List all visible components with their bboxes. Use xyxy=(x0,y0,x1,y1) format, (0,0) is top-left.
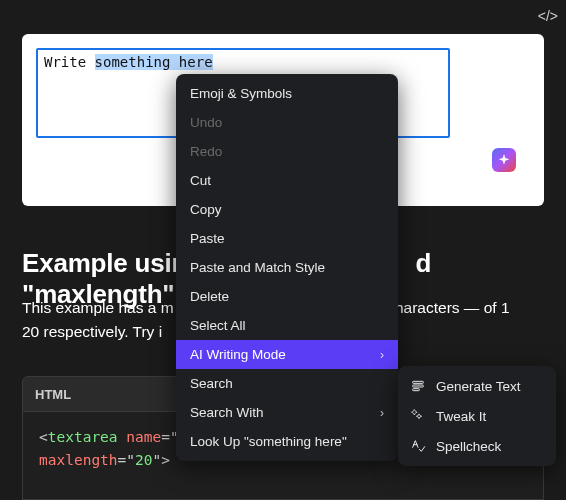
context-menu-item-label: Search With xyxy=(190,405,264,420)
context-menu-item-label: Search xyxy=(190,376,233,391)
textarea-selection: something here xyxy=(95,54,213,70)
context-menu-item-paste-and-match-style[interactable]: Paste and Match Style xyxy=(176,253,398,282)
context-menu-item-label: Delete xyxy=(190,289,229,304)
context-menu-item-label: Select All xyxy=(190,318,246,333)
spellcheck-icon xyxy=(410,438,426,454)
context-menu-item-undo: Undo xyxy=(176,108,398,137)
submenu-item-label: Tweak It xyxy=(436,409,486,424)
svg-rect-1 xyxy=(413,385,424,387)
context-menu-item-cut[interactable]: Cut xyxy=(176,166,398,195)
context-menu-item-copy[interactable]: Copy xyxy=(176,195,398,224)
textarea-text: Write something here xyxy=(44,54,213,70)
context-menu-item-label: Copy xyxy=(190,202,222,217)
context-menu-item-delete[interactable]: Delete xyxy=(176,282,398,311)
submenu-item-tweak-it[interactable]: Tweak It xyxy=(398,401,556,431)
code-lang-label: HTML xyxy=(35,387,71,402)
context-menu-item-select-all[interactable]: Select All xyxy=(176,311,398,340)
context-menu-item-label: Undo xyxy=(190,115,222,130)
svg-rect-2 xyxy=(413,389,420,391)
ai-badge-icon[interactable] xyxy=(492,148,516,172)
submenu-item-spellcheck[interactable]: Spellcheck xyxy=(398,431,556,461)
chevron-right-icon: › xyxy=(380,348,384,362)
submenu-item-label: Generate Text xyxy=(436,379,521,394)
context-menu-item-search-with[interactable]: Search With› xyxy=(176,398,398,427)
ai-writing-submenu: Generate TextTweak ItSpellcheck xyxy=(398,366,556,466)
context-menu-item-ai-writing-mode[interactable]: AI Writing Mode› xyxy=(176,340,398,369)
context-menu-item-look-up-something-here[interactable]: Look Up "something here" xyxy=(176,427,398,456)
context-menu-item-redo: Redo xyxy=(176,137,398,166)
context-menu-item-label: AI Writing Mode xyxy=(190,347,286,362)
context-menu-item-label: Paste xyxy=(190,231,225,246)
context-menu: Emoji & SymbolsUndoRedoCutCopyPastePaste… xyxy=(176,74,398,461)
context-menu-item-label: Emoji & Symbols xyxy=(190,86,292,101)
context-menu-item-paste[interactable]: Paste xyxy=(176,224,398,253)
tweak-icon xyxy=(410,408,426,424)
submenu-item-label: Spellcheck xyxy=(436,439,501,454)
toolbar-code-icon[interactable]: </> xyxy=(538,8,558,24)
context-menu-item-label: Redo xyxy=(190,144,222,159)
chevron-right-icon: › xyxy=(380,406,384,420)
context-menu-item-emoji-symbols[interactable]: Emoji & Symbols xyxy=(176,79,398,108)
context-menu-item-search[interactable]: Search xyxy=(176,369,398,398)
generate-text-icon xyxy=(410,378,426,394)
submenu-item-generate-text[interactable]: Generate Text xyxy=(398,371,556,401)
context-menu-item-label: Look Up "something here" xyxy=(190,434,347,449)
context-menu-item-label: Cut xyxy=(190,173,211,188)
svg-rect-0 xyxy=(413,381,424,383)
context-menu-item-label: Paste and Match Style xyxy=(190,260,325,275)
